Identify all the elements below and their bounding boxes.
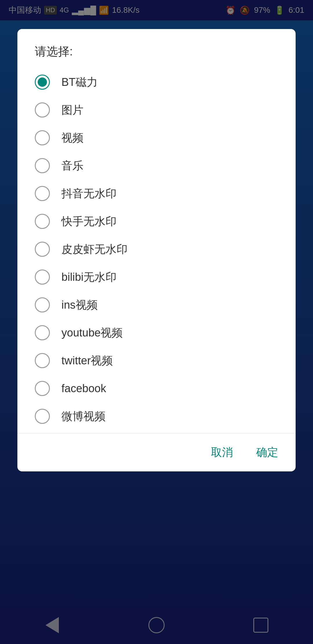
radio-option-ins[interactable]: ins视频 bbox=[29, 291, 284, 319]
radio-circle-kuaishou bbox=[35, 214, 50, 229]
radio-circle-music bbox=[35, 158, 50, 173]
radio-label-bilibili: bilibi无水印 bbox=[61, 270, 117, 285]
radio-circle-facebook bbox=[35, 381, 50, 396]
selection-dialog: 请选择: BT磁力图片视频音乐抖音无水印快手无水印皮皮虾无水印bilibi无水印… bbox=[17, 29, 296, 471]
radio-option-youtube[interactable]: youtube视频 bbox=[29, 319, 284, 347]
radio-label-bt: BT磁力 bbox=[61, 75, 98, 90]
dialog-options: BT磁力图片视频音乐抖音无水印快手无水印皮皮虾无水印bilibi无水印ins视频… bbox=[17, 68, 296, 430]
radio-option-pipixia[interactable]: 皮皮虾无水印 bbox=[29, 235, 284, 263]
radio-option-bt[interactable]: BT磁力 bbox=[29, 68, 284, 96]
radio-label-image: 图片 bbox=[61, 103, 83, 117]
radio-circle-youtube bbox=[35, 325, 50, 340]
radio-label-douyin: 抖音无水印 bbox=[61, 186, 117, 201]
confirm-button[interactable]: 确定 bbox=[253, 442, 281, 463]
radio-label-weibo: 微博视频 bbox=[61, 409, 105, 424]
dialog-buttons: 取消 确定 bbox=[17, 433, 296, 471]
radio-option-kuaishou[interactable]: 快手无水印 bbox=[29, 207, 284, 235]
radio-label-ins: ins视频 bbox=[61, 298, 98, 312]
radio-label-youtube: youtube视频 bbox=[61, 325, 123, 340]
radio-circle-ins bbox=[35, 297, 50, 312]
radio-circle-bt bbox=[35, 75, 50, 90]
radio-circle-weibo bbox=[35, 409, 50, 424]
radio-option-music[interactable]: 音乐 bbox=[29, 152, 284, 180]
radio-option-douyin[interactable]: 抖音无水印 bbox=[29, 180, 284, 207]
radio-label-facebook: facebook bbox=[61, 382, 106, 395]
radio-circle-pipixia bbox=[35, 242, 50, 257]
radio-option-image[interactable]: 图片 bbox=[29, 96, 284, 124]
radio-option-twitter[interactable]: twitter视频 bbox=[29, 347, 284, 375]
radio-circle-video bbox=[35, 130, 50, 145]
radio-label-pipixia: 皮皮虾无水印 bbox=[61, 242, 128, 257]
cancel-button[interactable]: 取消 bbox=[208, 442, 236, 463]
radio-label-twitter: twitter视频 bbox=[61, 353, 113, 368]
dialog-title: 请选择: bbox=[17, 29, 296, 68]
radio-circle-twitter bbox=[35, 353, 50, 368]
radio-option-weibo[interactable]: 微博视频 bbox=[29, 402, 284, 430]
radio-circle-image bbox=[35, 102, 50, 117]
radio-option-video[interactable]: 视频 bbox=[29, 124, 284, 152]
radio-label-kuaishou: 快手无水印 bbox=[61, 214, 117, 229]
radio-label-video: 视频 bbox=[61, 131, 83, 145]
radio-option-facebook[interactable]: facebook bbox=[29, 375, 284, 402]
radio-circle-douyin bbox=[35, 186, 50, 201]
radio-circle-bilibili bbox=[35, 269, 50, 285]
radio-label-music: 音乐 bbox=[61, 158, 83, 173]
radio-option-bilibili[interactable]: bilibi无水印 bbox=[29, 263, 284, 291]
